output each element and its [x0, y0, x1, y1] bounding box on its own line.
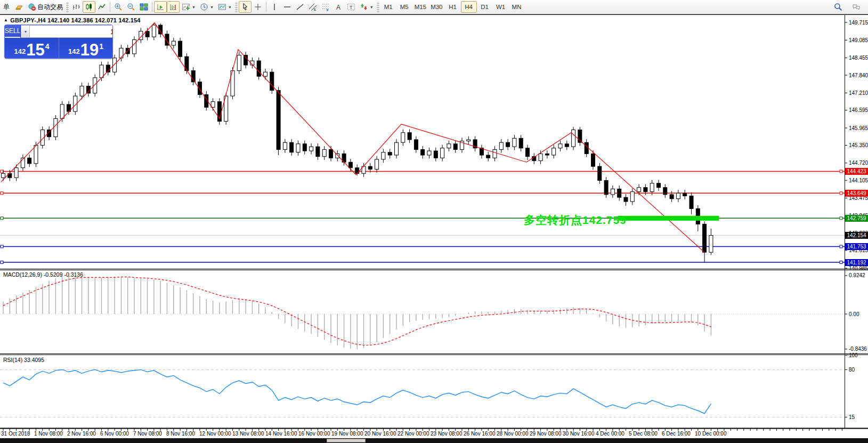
time-axis-label: 10 Dec 00:00	[695, 431, 727, 437]
toolbar-separator	[110, 2, 110, 12]
bar-chart-button[interactable]	[70, 1, 83, 13]
candle-body	[558, 144, 562, 148]
candle-body	[322, 149, 326, 156]
toolbar-separator	[152, 2, 152, 12]
candle-body	[572, 130, 575, 147]
macd-indicator-label: MACD(12,26,9) -0.5209 -0.3136	[3, 271, 83, 278]
caret-down-icon: ▼	[210, 5, 214, 9]
zoom-out-button[interactable]	[125, 1, 137, 13]
indicators-button[interactable]: ▼	[180, 1, 198, 13]
chart-shift-button[interactable]	[167, 1, 180, 13]
time-axis-label: 20 Nov 16:00	[364, 431, 396, 437]
auto-scroll-button[interactable]	[154, 1, 167, 13]
candle-body	[493, 149, 497, 158]
buy-price-sup: 1	[99, 42, 103, 51]
timeframe-button-h1[interactable]: H1	[445, 1, 461, 13]
level-handle[interactable]	[1, 170, 3, 173]
candle-body	[198, 82, 202, 95]
candle-body	[375, 159, 379, 169]
vertical-line-button[interactable]	[268, 1, 281, 13]
crosshair-button[interactable]	[252, 1, 264, 13]
volume-decrease-button[interactable]: ▼	[21, 25, 30, 38]
price-tick-label: 148.455	[849, 55, 868, 61]
buy-price-button[interactable]: 142191	[59, 38, 112, 59]
level-handle[interactable]	[840, 170, 842, 173]
trendline-button[interactable]	[294, 1, 306, 13]
level-handle[interactable]	[1, 217, 3, 220]
candle-body	[368, 166, 372, 169]
candle-body	[657, 183, 661, 188]
candlestick-chart-button[interactable]	[83, 1, 95, 13]
candle-body	[650, 183, 654, 192]
time-axis-label: 22 Nov 00:00	[398, 431, 429, 437]
candle-body	[145, 31, 149, 37]
candle-body	[296, 144, 300, 152]
candle-body	[355, 168, 359, 174]
timeframe-button-w1[interactable]: W1	[493, 1, 509, 13]
price-tick-label: 149.085	[849, 37, 868, 43]
collapse-panel-icon[interactable]: ▲	[4, 18, 8, 22]
auto-trading-button[interactable]: 自动交易	[26, 1, 65, 13]
candle-body	[513, 138, 516, 147]
candle-body	[689, 196, 693, 209]
chart-window: 149.715149.085148.455147.840147.210146.5…	[0, 14, 868, 443]
candle-body	[172, 41, 175, 45]
time-axis-label: 16 Nov 00:00	[298, 431, 330, 437]
candle-body	[676, 193, 680, 199]
chart-title: ▲GBPJPY-,H4 142.140 142.386 142.071 142.…	[4, 17, 141, 23]
time-axis-label: 13 Nov 08:00	[232, 431, 264, 437]
fibonacci-button[interactable]: F	[319, 1, 332, 13]
sell-price-button[interactable]: 142154	[5, 38, 59, 59]
chat-button[interactable]	[850, 1, 863, 13]
level-handle[interactable]	[840, 261, 842, 264]
pivot-annotation-text[interactable]: 多空转折点142.759	[524, 213, 627, 228]
timeframe-button-m1[interactable]: M1	[380, 1, 396, 13]
level-handle[interactable]	[840, 192, 842, 195]
tile-windows-button[interactable]	[137, 1, 150, 13]
timeframe-button-m15[interactable]: M15	[412, 1, 428, 13]
new-order-button-label: 单	[3, 3, 10, 12]
candle-body	[663, 188, 667, 195]
horizontal-scrollbar[interactable]	[0, 438, 868, 443]
candle-body	[119, 48, 123, 58]
cursor-button[interactable]	[239, 1, 252, 13]
level-handle[interactable]	[840, 217, 842, 220]
timeframe-button-m5[interactable]: M5	[396, 1, 412, 13]
equidistant-channel-button[interactable]: E	[306, 1, 319, 13]
label-button[interactable]: T	[345, 1, 358, 13]
candle-body	[421, 149, 425, 155]
candle-body	[630, 192, 634, 202]
pivot-highlight-bar[interactable]	[618, 216, 719, 221]
timeframe-button-d1[interactable]: D1	[477, 1, 493, 13]
line-chart-button[interactable]	[95, 1, 108, 13]
new-order-button[interactable]: 单	[0, 1, 13, 13]
candle-body	[388, 152, 392, 155]
gold-button[interactable]	[13, 1, 26, 13]
level-handle[interactable]	[1, 245, 3, 248]
candle-body	[519, 138, 523, 148]
timeframe-button-h4[interactable]: H4	[461, 1, 477, 13]
arrows-button[interactable]: ▼	[358, 1, 376, 13]
timeframe-button-mn[interactable]: MN	[509, 1, 525, 13]
price-badge: 143.649	[845, 190, 868, 197]
periods-button[interactable]: ▼	[198, 1, 216, 13]
scrollbar-thumb[interactable]	[327, 439, 366, 442]
candle-body	[80, 86, 84, 96]
level-handle[interactable]	[1, 192, 3, 195]
chart-canvas[interactable]: 149.715149.085148.455147.840147.210146.5…	[0, 14, 868, 443]
candle-body	[565, 144, 569, 147]
time-axis-label: 6 Nov 00:00	[100, 431, 129, 437]
sell-button[interactable]: SELL	[5, 25, 20, 38]
level-handle[interactable]	[840, 245, 842, 248]
timeframe-button-m30[interactable]: M30	[428, 1, 444, 13]
candle-body	[598, 166, 602, 180]
zoom-in-button[interactable]	[112, 1, 125, 13]
sell-price-base: 142	[14, 47, 26, 55]
level-handle[interactable]	[1, 261, 3, 264]
search-button[interactable]	[832, 1, 845, 13]
text-button[interactable]: A	[332, 1, 345, 13]
svg-text:A: A	[336, 4, 340, 11]
volume-input[interactable]	[30, 25, 113, 38]
templates-button[interactable]: ▼	[216, 1, 234, 13]
horizontal-line-button[interactable]	[281, 1, 294, 13]
